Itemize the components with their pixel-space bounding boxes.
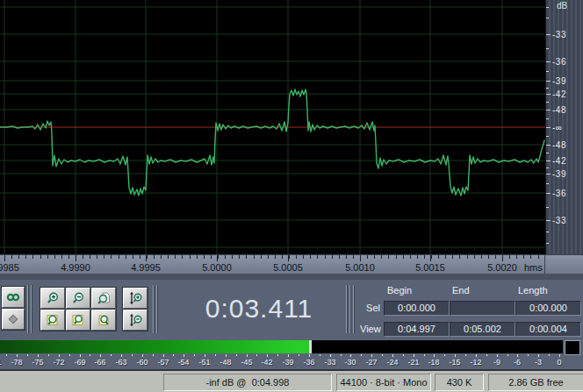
db-scale[interactable]: dB -33-36-39-42-48-∞-48-42-39-36-33 — [545, 0, 583, 254]
meter-minor-tick — [90, 354, 90, 356]
ruler-time-label: 4.9990 — [61, 262, 90, 273]
sel-end-field[interactable] — [450, 301, 515, 316]
meter-db-label: -66 — [94, 358, 105, 367]
toolbar-grip[interactable] — [153, 285, 155, 333]
magnifier-minus-icon — [71, 291, 85, 305]
column-header-length: Length — [518, 285, 548, 296]
db-scale-tick — [546, 61, 551, 62]
meter-minor-tick — [424, 354, 425, 356]
ruler-major-tick — [502, 255, 503, 261]
vertical-zoom-out-button[interactable] — [123, 310, 148, 331]
meter-db-label: -81 — [0, 358, 2, 367]
sel-length-field[interactable]: 0:00.000 — [515, 301, 581, 316]
toolbar-grip[interactable] — [346, 285, 348, 333]
zoom-window-button[interactable] — [91, 288, 116, 309]
ruler-minor-tick — [474, 255, 475, 259]
ruler-minor-tick — [509, 255, 510, 259]
ruler-minor-tick — [452, 255, 453, 259]
ruler-minor-tick — [211, 255, 212, 259]
meter-tick — [121, 354, 122, 357]
meter-bar — [0, 340, 563, 353]
level-meter[interactable]: -81-78-75-72-69-66-63-60-57-54-51-48-45-… — [0, 339, 583, 367]
view-end-field[interactable]: 0:05.002 — [450, 322, 515, 337]
meter-db-label: -78 — [11, 358, 22, 367]
vertical-zoom-in-button[interactable] — [123, 288, 148, 309]
vertical-magnifier-minus-icon — [128, 313, 143, 327]
ruler-minor-tick — [317, 255, 318, 259]
ruler-minor-tick — [530, 255, 531, 259]
meter-tick — [455, 354, 456, 357]
zoom-in-button[interactable] — [40, 288, 65, 309]
ruler-minor-tick — [325, 255, 326, 259]
meter-db-label: -72 — [53, 358, 64, 367]
toolbar-grip[interactable] — [349, 285, 351, 333]
playback-time-display[interactable]: 0:03.411 — [180, 287, 338, 331]
ruler-minor-tick — [32, 255, 33, 259]
toolbar-grip[interactable] — [353, 285, 355, 333]
view-length-field[interactable]: 0:00.004 — [515, 322, 581, 337]
ruler-minor-tick — [538, 255, 539, 259]
ruler-minor-tick — [403, 255, 404, 259]
ruler-time-label: 5.0020 — [487, 262, 517, 273]
toolbar-grip[interactable] — [27, 285, 29, 333]
ruler-minor-tick — [367, 255, 368, 259]
toolbar-grip[interactable] — [156, 285, 158, 333]
meter-db-label: -48 — [220, 358, 231, 367]
clip-indicator[interactable] — [565, 340, 580, 355]
meter-tick — [163, 354, 164, 357]
db-scale-minor-tick — [546, 71, 549, 72]
db-scale-label: -39 — [552, 76, 566, 86]
loop-playback-button[interactable] — [2, 287, 25, 308]
ruler-major-tick — [430, 255, 431, 261]
zoom-out-button[interactable] — [66, 288, 90, 309]
ruler-minor-tick — [119, 255, 119, 259]
ruler-major-tick — [146, 255, 147, 261]
meter-db-label: -60 — [136, 358, 148, 367]
magnifier-yellow-document-icon — [97, 313, 111, 327]
meter-tick — [142, 354, 143, 357]
db-scale-label: -39 — [552, 169, 566, 179]
ruler-minor-tick — [168, 255, 169, 259]
view-begin-field[interactable]: 0:04.997 — [384, 322, 450, 337]
waveform-display[interactable] — [0, 0, 545, 254]
ruler-minor-tick — [47, 255, 48, 259]
meter-minor-tick — [256, 354, 257, 356]
sel-begin-field[interactable]: 0:00.000 — [384, 301, 450, 316]
diamond-icon — [7, 313, 19, 325]
zoom-selection-button[interactable] — [40, 310, 65, 331]
meter-db-label: -39 — [282, 358, 293, 367]
db-scale-tick — [546, 220, 551, 221]
meter-db-label: -27 — [365, 358, 377, 367]
ruler-minor-tick — [481, 255, 482, 259]
magnifier-yellow-icon — [71, 313, 85, 327]
meter-minor-tick — [194, 354, 195, 356]
meter-minor-tick — [215, 354, 216, 356]
ruler-minor-tick — [431, 255, 432, 259]
ruler-minor-tick — [232, 255, 233, 259]
meter-tick — [330, 354, 331, 357]
ruler-minor-tick — [261, 255, 262, 259]
db-scale-label: -48 — [552, 105, 566, 115]
db-scale-tick — [546, 94, 551, 95]
ruler-minor-tick — [353, 255, 354, 259]
meter-tick — [350, 354, 351, 357]
status-audio-format[interactable]: 44100 · 8-bit · Mono — [336, 374, 431, 391]
time-ruler[interactable]: hms 4.99854.99904.99955.00005.00055.0010… — [0, 254, 545, 274]
meter-db-label: -18 — [428, 358, 439, 367]
ruler-minor-tick — [111, 255, 112, 259]
ruler-minor-tick — [303, 255, 304, 259]
zoom-selection-h-button[interactable] — [66, 310, 90, 331]
meter-minor-tick — [361, 354, 362, 356]
ruler-minor-tick — [83, 255, 83, 259]
meter-minor-tick — [48, 354, 49, 356]
ruler-minor-tick — [54, 255, 55, 259]
zoom-selection-v-button[interactable] — [91, 310, 116, 331]
meter-minor-tick — [69, 354, 70, 356]
meter-minor-tick — [382, 354, 383, 356]
ruler-minor-tick — [388, 255, 389, 259]
ruler-minor-tick — [133, 255, 133, 259]
ruler-minor-tick — [516, 255, 517, 259]
meter-db-label: -75 — [32, 358, 43, 367]
toolbar-grip[interactable] — [31, 285, 32, 333]
stop-button[interactable] — [2, 309, 25, 330]
